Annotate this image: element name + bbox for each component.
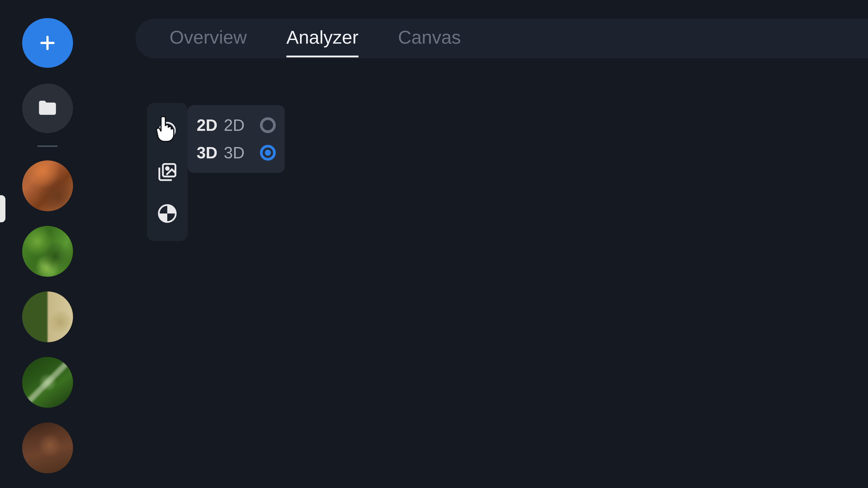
view-mode-2d-label: 2D [224, 116, 255, 134]
sidebar [0, 0, 95, 488]
project-thumb-3[interactable] [22, 291, 73, 342]
view-mode-3d-label: 3D [224, 143, 255, 162]
view-mode-menu: 2D 2D 3D 3D [188, 105, 285, 173]
view-mode-2d[interactable]: 2D 2D [197, 111, 276, 139]
folder-button[interactable] [22, 84, 73, 133]
project-thumb-5[interactable] [22, 422, 73, 473]
project-thumb-4[interactable] [22, 357, 73, 408]
tool-panel [147, 103, 188, 241]
tab-canvas[interactable]: Canvas [398, 27, 461, 51]
add-button[interactable] [22, 18, 73, 68]
project-thumb-2[interactable] [22, 226, 73, 277]
pointer-tool-button[interactable] [154, 117, 181, 144]
view-mode-3d-key: 3D [197, 143, 224, 162]
radio-checked-icon [260, 145, 276, 161]
svg-point-2 [160, 123, 175, 138]
view-mode-3d[interactable]: 3D 3D [197, 139, 276, 166]
project-thumb-1[interactable] [22, 160, 73, 211]
radio-unchecked-icon [260, 117, 276, 133]
sidebar-divider [37, 145, 58, 147]
folder-icon [36, 97, 59, 120]
crosshair-icon [157, 203, 178, 224]
tab-overview[interactable]: Overview [169, 27, 247, 51]
tab-analyzer[interactable]: Analyzer [286, 27, 359, 51]
image-stack-icon [157, 161, 178, 183]
plus-icon [38, 34, 57, 52]
view-mode-2d-key: 2D [197, 116, 224, 134]
top-tab-bar: Overview Analyzer Canvas [135, 19, 868, 58]
pointer-icon [157, 120, 178, 140]
layers-tool-button[interactable] [154, 158, 181, 186]
svg-point-4 [166, 167, 168, 170]
marker-tool-button[interactable] [154, 200, 181, 227]
